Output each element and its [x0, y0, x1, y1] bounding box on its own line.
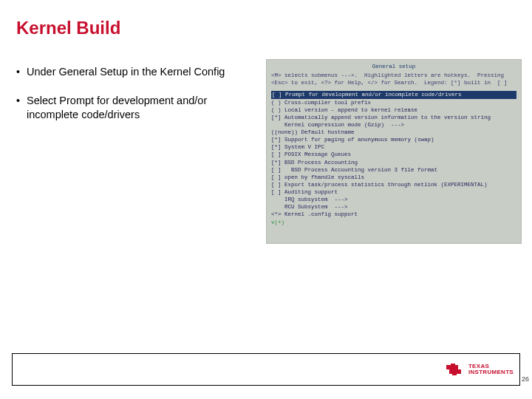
- menuconfig-item: Kernel compression mode (Gzip) --->: [271, 121, 516, 129]
- ti-logo: TEXAS INSTRUMENTS: [445, 363, 514, 376]
- footer-bar: TEXAS INSTRUMENTS: [12, 353, 520, 386]
- menuconfig-more-indicator: v(+): [271, 219, 284, 225]
- menuconfig-item: [*] System V IPC: [271, 143, 516, 151]
- ti-brand-text: TEXAS INSTRUMENTS: [468, 364, 514, 376]
- menuconfig-help-line: <M> selects submenus --->. Highlighted l…: [271, 72, 516, 79]
- bullet-item: Under General Setup in the Kernel Config: [16, 65, 253, 79]
- menuconfig-item: [*] BSD Process Accounting: [271, 159, 516, 166]
- page-number: 26: [522, 375, 529, 383]
- menuconfig-item: [ ] POSIX Message Queues: [271, 151, 516, 158]
- menuconfig-help-line: <Esc> to exit, <?> for Help, </> for Sea…: [271, 79, 516, 86]
- menuconfig-item: ((none)) Default hostname: [271, 129, 516, 136]
- menuconfig-item: ( ) Cross-compiler tool prefix: [271, 99, 516, 106]
- menuconfig-title: General setup: [271, 63, 516, 70]
- menuconfig-item: [*] Support for paging of anonymous memo…: [271, 136, 516, 143]
- menuconfig-item: ( ) Local version - append to kernel rel…: [271, 106, 516, 114]
- bullet-item: Select Prompt for development and/or inc…: [16, 94, 253, 122]
- menuconfig-selected-item: [ ] Prompt for development and/or incomp…: [271, 91, 516, 98]
- slide-title: Kernel Build: [16, 18, 120, 38]
- menuconfig-item: [ ] open by fhandle syscalls: [271, 174, 516, 181]
- menuconfig-item: <*> Kernel .config support: [271, 211, 516, 218]
- menuconfig-item: RCU Subsystem --->: [271, 203, 516, 211]
- menuconfig-item: [ ] Auditing support: [271, 188, 516, 196]
- menuconfig-item: [ ] Export task/process statistics throu…: [271, 181, 516, 188]
- bullet-list: Under General Setup in the Kernel Config…: [16, 65, 253, 137]
- menuconfig-item: [*] Automatically append version informa…: [271, 114, 516, 121]
- menuconfig-item: [ ] BSD Process Accounting version 3 fil…: [271, 166, 516, 174]
- menuconfig-item: IRQ subsystem --->: [271, 196, 516, 203]
- ti-chip-icon: [445, 363, 464, 376]
- kernel-config-screenshot: General setup <M> selects submenus --->.…: [266, 59, 522, 244]
